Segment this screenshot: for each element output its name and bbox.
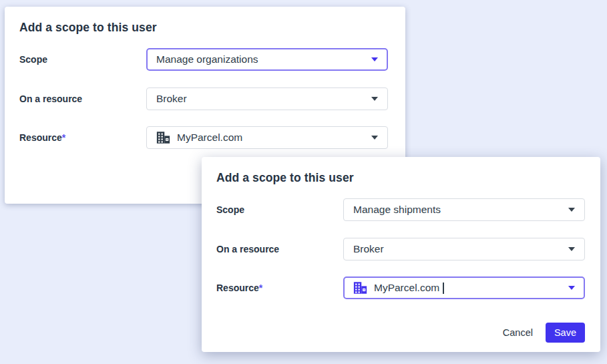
text-cursor — [443, 283, 444, 294]
resource-label: Resource* — [216, 277, 262, 299]
resource-dropdown[interactable]: MyParcel.com — [146, 126, 388, 149]
resource-dropdown-value: MyParcel.com — [177, 132, 242, 144]
scope-label: Scope — [216, 198, 244, 221]
organization-icon — [156, 131, 170, 144]
add-scope-dialog-front: Add a scope to this user Scope Manage sh… — [202, 157, 600, 352]
dialog-title: Add a scope to this user — [19, 21, 157, 35]
resource-label: Resource* — [19, 126, 65, 149]
organization-icon — [353, 281, 367, 295]
chevron-down-icon — [371, 57, 378, 61]
on-a-resource-dropdown[interactable]: Broker — [146, 87, 388, 110]
scope-dropdown[interactable]: Manage shipments — [343, 198, 585, 221]
on-a-resource-label: On a resource — [19, 87, 82, 110]
page-background: Add a scope to this user Scope Manage or… — [0, 0, 607, 364]
dialog-actions: Cancel Save — [496, 322, 585, 343]
chevron-down-icon — [371, 136, 378, 140]
scope-dropdown-value: Manage shipments — [353, 204, 441, 216]
on-a-resource-label: On a resource — [216, 238, 279, 260]
required-asterisk: * — [62, 132, 65, 143]
on-a-resource-dropdown[interactable]: Broker — [343, 238, 585, 260]
chevron-down-icon — [568, 208, 575, 212]
scope-dropdown[interactable]: Manage organizations — [146, 48, 388, 71]
scope-dropdown-value: Manage organizations — [156, 53, 258, 65]
dialog-title: Add a scope to this user — [216, 171, 354, 185]
resource-dropdown-value: MyParcel.com — [374, 282, 439, 294]
save-button[interactable]: Save — [546, 323, 585, 343]
cancel-button[interactable]: Cancel — [496, 323, 540, 343]
on-a-resource-dropdown-value: Broker — [156, 93, 187, 105]
resource-dropdown[interactable]: MyParcel.com — [343, 277, 585, 299]
chevron-down-icon — [371, 97, 378, 101]
required-asterisk: * — [259, 283, 262, 293]
chevron-down-icon — [568, 247, 575, 251]
on-a-resource-dropdown-value: Broker — [353, 243, 384, 255]
scope-label: Scope — [19, 48, 47, 71]
chevron-down-icon — [568, 286, 575, 290]
